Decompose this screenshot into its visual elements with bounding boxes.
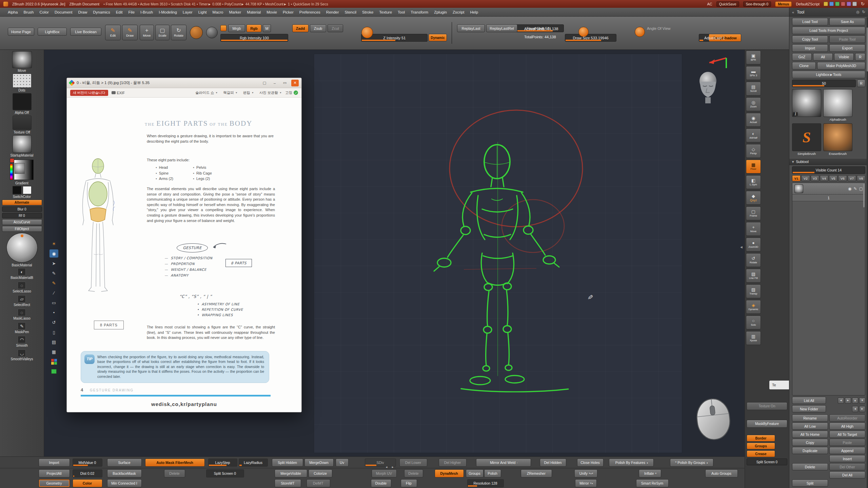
menu-item[interactable]: Transform	[411, 10, 428, 14]
home-page-button[interactable]: Home Page	[8, 28, 34, 36]
visible-count-slider[interactable]: Visible Count 14	[792, 166, 865, 174]
subtool-view-tab[interactable]: V1	[792, 175, 801, 181]
subtool-scrollbar[interactable]	[863, 184, 865, 207]
menu-item[interactable]: Render	[326, 10, 339, 14]
menu-item[interactable]: Macro	[213, 10, 223, 14]
viewer-menu-item[interactable]: 편집▼	[243, 90, 254, 95]
document-area[interactable]	[314, 54, 682, 453]
titlebar-icon[interactable]	[852, 2, 857, 6]
bottom-bar-item[interactable]: Auto Mask FiberMesh	[145, 459, 205, 467]
right-shelf-button[interactable]: ▨ Transp	[746, 284, 761, 298]
alternate-button[interactable]: Alternate	[2, 200, 42, 205]
mini-toolbar-icon[interactable]: ▤	[50, 338, 58, 346]
menu-item[interactable]: Color	[39, 10, 48, 14]
quick-pick-item[interactable]: ◌ SelectLasso	[13, 282, 31, 293]
new-version-button[interactable]: 새 버전이 나왔습니다	[70, 90, 108, 96]
simple-brush-thumbnail[interactable]: S	[792, 123, 821, 151]
quick-pick-item[interactable]: ◠ Smooth	[16, 336, 27, 347]
current-alpha-well[interactable]: Alpha Off	[13, 93, 32, 115]
bottom-bar-item[interactable]: Import	[39, 459, 70, 467]
bottom-bar-item[interactable]: DynaMesh	[435, 469, 464, 477]
bottom-bar-item[interactable]: BackfaceMask	[107, 469, 142, 477]
subtool-action-button[interactable]: All To Target	[829, 431, 865, 438]
goz-button[interactable]: GoZ	[792, 53, 812, 61]
subtool-list[interactable]: ◉ ✎ ▢ 1	[792, 183, 865, 395]
replay-last-button[interactable]: ReplayLast	[457, 24, 485, 32]
next-subtool-icon[interactable]: ►	[845, 398, 851, 404]
color-picker[interactable]: Gradient	[10, 158, 34, 185]
menu-item[interactable]: Picker	[283, 10, 294, 14]
subtool-view-tab[interactable]: V5	[829, 175, 837, 181]
mini-toolbar-icon[interactable]: ↺	[50, 318, 58, 326]
quick-pick-item[interactable]: ◌ MaskLasso	[13, 309, 31, 320]
mini-toolbar-icon[interactable]: ▦	[50, 348, 58, 356]
right-shelf-button[interactable]: ◎ Zoom	[746, 97, 761, 111]
right-shelf-button[interactable]: ▧ Line Fill	[746, 269, 761, 283]
bottom-bar-item[interactable]: Del Higher	[439, 459, 467, 467]
live-boolean-button[interactable]: Live Boolean	[70, 28, 101, 36]
bottom-bar-item[interactable]: Smart ReSym	[636, 479, 669, 487]
accucurve-button[interactable]: AccuCurve	[2, 219, 42, 225]
titlebar-icon[interactable]	[824, 2, 828, 6]
menu-item[interactable]: Movie	[267, 10, 277, 14]
bottom-bar-item[interactable]: Uv	[336, 459, 349, 467]
right-shelf-button[interactable]: ◆ Qxyz	[746, 191, 761, 205]
stroke-thumbnail[interactable]	[13, 74, 32, 88]
right-shelf-button[interactable]: ↺ Rotate	[746, 253, 761, 267]
rgb-button[interactable]: Rgb	[246, 24, 261, 32]
menu-item[interactable]: Document	[55, 10, 72, 14]
alpha-brush-thumbnail[interactable]	[823, 89, 852, 117]
right-shelf-button[interactable]: ◉ Actual	[746, 113, 761, 127]
mini-toolbar-icon[interactable]: •	[50, 308, 58, 317]
bottom-bar-item[interactable]: Split Screen 0	[206, 469, 244, 477]
current-texture-well[interactable]: Texture Off	[13, 116, 32, 134]
bottom-bar-item[interactable]: Morph UV	[372, 469, 397, 477]
right-shelf-button[interactable]: ▢ Frame	[746, 206, 761, 220]
bottom-bar-item[interactable]: Polish	[484, 469, 501, 477]
lightbox-button[interactable]: LightBox	[38, 28, 67, 36]
menu-item[interactable]: Draw	[78, 10, 87, 14]
bottom-bar-item[interactable]: Color	[73, 479, 102, 487]
scroll-arrows-icon[interactable]: ◄ ►	[385, 466, 395, 469]
subtool-action-button[interactable]: Paste	[829, 439, 865, 446]
right-shelf-button[interactable]: ◇ Persp	[746, 144, 761, 158]
bottom-bar-item[interactable]: Unify ▾▴▾	[574, 469, 597, 477]
switch-color-well[interactable]: SwitchColor	[13, 186, 32, 199]
eraser-brush-thumbnail[interactable]	[823, 123, 852, 151]
bottom-bar-item[interactable]: Delete	[404, 469, 423, 477]
quicksave-button[interactable]: QuickSave	[716, 1, 739, 7]
bottom-bar-item[interactable]: Geometry	[39, 479, 70, 487]
crease-button[interactable]: Crease	[747, 450, 775, 457]
replay-last-rel-button[interactable]: ReplayLastRel	[486, 24, 517, 32]
goz-visible-button[interactable]: Visible	[834, 53, 854, 61]
bottom-bar-item[interactable]: Del Lower	[399, 459, 427, 467]
image-viewer-window[interactable]: 0 - 비율, 리듬 > 1 (9).jpg [1/20] - 꿀뷰 5.35 …	[66, 78, 302, 412]
list-all-button[interactable]: List All	[792, 397, 826, 404]
bottom-bar-item[interactable]: Mirror And Weld ▫	[476, 459, 531, 467]
draw-button[interactable]: ✎Draw	[122, 25, 138, 40]
mini-toolbar-icon[interactable]	[50, 367, 58, 375]
uv-icon[interactable]: ▢	[859, 186, 863, 191]
bottom-bar-item[interactable]: Flip	[401, 479, 417, 487]
menu-item[interactable]: Light	[198, 10, 207, 14]
right-shelf-button[interactable]: ◈ Dynamic	[746, 300, 761, 314]
menu-item[interactable]: I-Brush	[140, 10, 153, 14]
panel-circle-icon[interactable]: ◎	[856, 10, 860, 14]
crease-border-button[interactable]: Border	[747, 435, 775, 442]
bottom-bar-item[interactable]: MergeDown	[304, 459, 334, 467]
subtool-action-button[interactable]: Append	[829, 447, 865, 454]
load-tool-button[interactable]: Load Tool	[792, 18, 828, 25]
lightbox-tools-button[interactable]: Lightbox►Tools	[792, 71, 865, 78]
titlebar-icon[interactable]	[829, 2, 834, 6]
right-shelf-button[interactable]: ● Zoom3D	[746, 238, 761, 251]
bottom-bar-item[interactable]: Groups	[466, 469, 484, 477]
fill-object-button[interactable]: FillObject	[2, 226, 42, 232]
maximize-icon[interactable]: ▭	[281, 80, 289, 86]
bottom-bar-item[interactable]: Colorize	[309, 469, 332, 477]
subtool-view-tab[interactable]: V6	[838, 175, 847, 181]
tool-count-slider[interactable]: 50	[792, 80, 856, 87]
subtool-view-tab[interactable]: V7	[848, 175, 856, 181]
right-shelf-button[interactable]: ▦ Floor	[746, 160, 761, 174]
basic-material-sphere[interactable]	[6, 233, 38, 263]
current-brush-well[interactable]: Move	[12, 51, 32, 73]
